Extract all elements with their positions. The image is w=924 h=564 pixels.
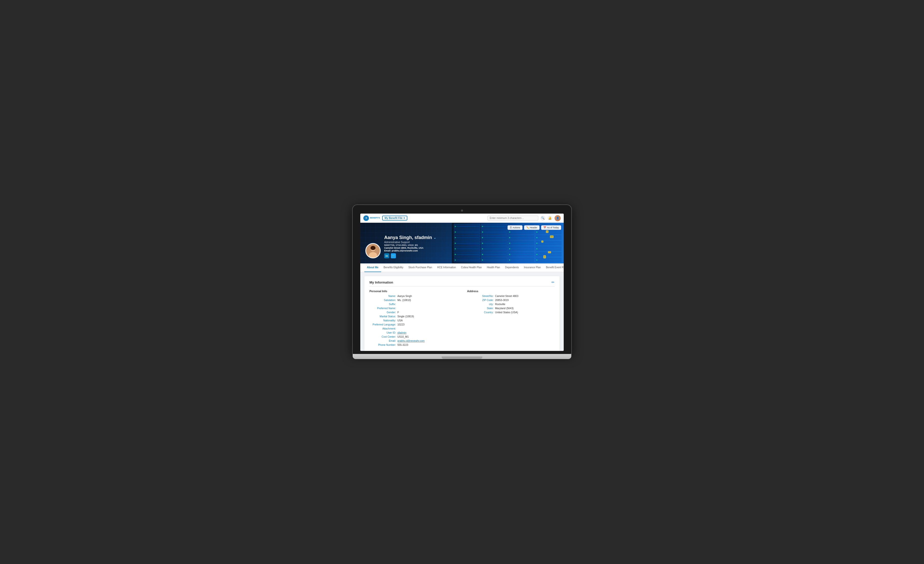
street-row: Street/No: Camelot Street 4803 xyxy=(467,295,555,297)
cost-center-label: Cost Center: xyxy=(369,335,398,338)
user-id-row: User ID: sfadmin xyxy=(369,332,457,334)
rack-col-2 xyxy=(481,223,507,263)
zip-label: ZIP Code: xyxy=(467,299,495,302)
rack-unit xyxy=(536,240,562,246)
tab-stock-purchase-plan[interactable]: Stock Purchase Plan xyxy=(406,263,435,272)
nationality-value: USA xyxy=(398,319,403,322)
marital-status-row: Marital Status: Single (10819) xyxy=(369,315,457,318)
tab-stock-purchase-plan-label: Stock Purchase Plan xyxy=(408,266,432,269)
gender-row: Gender: F xyxy=(369,311,457,314)
brand-logo: ✦ BENEFITS xyxy=(363,215,380,221)
rack-unit xyxy=(536,257,562,262)
twitter-icon[interactable]: 🐦 xyxy=(391,253,396,258)
card-header: My Information ✏ xyxy=(369,280,555,286)
preferred-language-value: 10223 xyxy=(398,323,405,326)
search-icon[interactable]: 🔍 xyxy=(540,216,545,221)
gender-label: Gender: xyxy=(369,311,398,314)
actions-button[interactable]: ☰ Actions xyxy=(507,225,522,230)
rack-unit xyxy=(536,235,562,240)
info-sections: Personal Info Name: Aanya Singh Salutati… xyxy=(369,290,555,348)
profile-details: Aanya Singh, sfadmin ⌄ Administrative Su… xyxy=(384,235,436,258)
email-label: Email: xyxy=(384,249,391,252)
header-button[interactable]: ✏️ Header xyxy=(524,225,540,230)
rack-unit xyxy=(454,246,480,251)
street-value: Camelot Street 4803 xyxy=(495,295,519,297)
salutation-label: Salutation: xyxy=(369,299,398,302)
tab-about-me[interactable]: About Me xyxy=(364,263,381,272)
as-of-today-button[interactable]: 📅 As of Today xyxy=(541,225,561,230)
address-section: Address Street/No: Camelot Street 4803 Z… xyxy=(467,290,555,348)
app: ✦ BENEFITS My Benefit File ▾ 🔍 🔔 xyxy=(360,214,564,351)
attachment-row: Attachment: xyxy=(369,327,457,330)
nav-icons: 🔍 🔔 👤 xyxy=(540,215,561,221)
tab-benefit-event-re[interactable]: Benefit Event Re xyxy=(543,263,564,272)
my-information-card: My Information ✏ Personal Info Name: Aan… xyxy=(364,276,560,351)
rack-col-1 xyxy=(454,223,480,263)
salutation-value: Ms. (10810) xyxy=(398,299,411,302)
user-avatar[interactable]: 👤 xyxy=(555,215,561,221)
profile-name-chevron-icon[interactable]: ⌄ xyxy=(434,236,436,240)
camera xyxy=(461,210,463,212)
name-row: Name: Aanya Singh xyxy=(369,295,457,297)
phone-row: Phone Number: 555-3223 xyxy=(369,344,457,346)
email-field-label: Email: xyxy=(369,339,398,342)
country-label: Country: xyxy=(467,311,495,314)
pencil-icon: ✏️ xyxy=(526,226,529,229)
profile-id: 50007726, 1710-2001, US10_M1 xyxy=(384,244,436,246)
my-benefit-button[interactable]: My Benefit File ▾ xyxy=(382,216,408,220)
preferred-language-label: Preferred Language: xyxy=(369,323,398,326)
country-value: United States (USA) xyxy=(495,311,518,314)
rack-unit xyxy=(454,230,480,234)
personal-info-title: Personal Info xyxy=(369,290,457,292)
tab-health-plan[interactable]: Health Plan xyxy=(484,263,502,272)
tab-cobra-health-plan[interactable]: Cobra Health Plan xyxy=(459,263,484,272)
attachment-label: Attachment: xyxy=(369,327,398,330)
tab-hce-information[interactable]: HCE Information xyxy=(435,263,459,272)
marital-status-label: Marital Status: xyxy=(369,315,398,318)
suffix-label: Suffix: xyxy=(369,303,398,306)
city-row: city: Rockville xyxy=(467,303,555,306)
tab-benefits-eligibility[interactable]: Benefits Eligibility xyxy=(381,263,406,272)
profile-avatar xyxy=(365,243,381,258)
rack-unit xyxy=(481,257,507,262)
email-field-value[interactable]: prabhu.d@renewhr.com xyxy=(398,339,424,342)
brand-text: BENEFITS xyxy=(370,217,380,219)
rack-unit xyxy=(508,230,534,234)
salutation-row: Salutation: Ms. (10810) xyxy=(369,299,457,302)
screen-outer: ✦ BENEFITS My Benefit File ▾ 🔍 🔔 xyxy=(352,205,572,354)
brand-icon: ✦ xyxy=(363,215,369,221)
edit-icon[interactable]: ✏ xyxy=(552,280,555,284)
personal-info-section: Personal Info Name: Aanya Singh Salutati… xyxy=(369,290,457,348)
twitter-bird-icon: 🐦 xyxy=(392,254,395,258)
floating-box xyxy=(543,255,546,258)
tab-about-me-label: About Me xyxy=(367,266,379,269)
rack-unit xyxy=(536,230,562,234)
profile-name: Aanya Singh, sfadmin ⌄ xyxy=(384,235,436,240)
phone-label: Phone Number: xyxy=(369,344,398,346)
tab-dependents[interactable]: Dependents xyxy=(502,263,522,272)
rack-unit xyxy=(508,235,534,240)
phone-value: 555-3223 xyxy=(398,344,408,346)
rack-unit xyxy=(481,252,507,257)
list-icon: ☰ xyxy=(510,226,512,229)
search-input[interactable] xyxy=(488,216,538,220)
tab-insurance-plan[interactable]: Insurance Plan xyxy=(521,263,543,272)
social-icons: in 🐦 xyxy=(384,253,436,258)
nationality-row: Nationality: USA xyxy=(369,319,457,322)
rack-unit xyxy=(481,224,507,229)
street-label: Street/No: xyxy=(467,295,495,297)
profile-email: Email: prabhu.d@renewhr.com xyxy=(384,249,436,252)
city-value: Rockville xyxy=(495,303,505,306)
header-label: Header xyxy=(530,226,537,229)
linkedin-icon[interactable]: in xyxy=(384,253,389,258)
user-id-value[interactable]: sfadmin xyxy=(398,332,406,334)
profile-info: Aanya Singh, sfadmin ⌄ Administrative Su… xyxy=(365,235,436,258)
calendar-icon: 📅 xyxy=(543,226,546,229)
email-row: Email: prabhu.d@renewhr.com xyxy=(369,339,457,342)
rack-unit xyxy=(454,257,480,262)
svg-point-3 xyxy=(370,246,375,250)
profile-role: Administrative Support xyxy=(384,241,436,244)
state-row: State: Maryland (5643) xyxy=(467,307,555,310)
screen-inner: ✦ BENEFITS My Benefit File ▾ 🔍 🔔 xyxy=(360,214,564,351)
bell-icon[interactable]: 🔔 xyxy=(548,216,552,221)
